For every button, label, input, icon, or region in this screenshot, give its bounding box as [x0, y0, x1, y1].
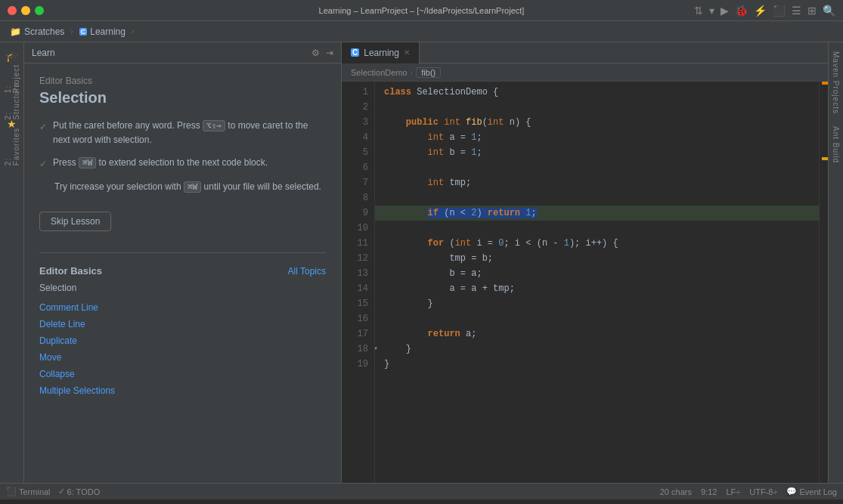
sidebar-favorites-label-icon[interactable]: 2: Favorites: [2, 136, 23, 157]
learn-panel-title: Learn: [32, 48, 55, 58]
code-line-5: int b = 1;: [375, 145, 819, 160]
try-text: Try increase your selection with ⌘W unti…: [39, 180, 326, 194]
code-line-16: [375, 311, 819, 326]
todo-button[interactable]: ✓ 6: TODO: [58, 487, 101, 496]
error-mark: [822, 82, 828, 85]
checkmark-2: ✓: [39, 157, 47, 171]
event-log-label: Event Log: [799, 487, 837, 496]
editor-area: C Learning ✕ SelectionDemo › fib() 1 2 3…: [342, 42, 828, 483]
window-controls: [8, 6, 44, 15]
main-container: 🎓 1: Project 2: Structure ★ 2: Favorites…: [0, 42, 843, 483]
code-line-4: int a = 1;: [375, 130, 819, 145]
fold-icon-18[interactable]: ▾: [375, 342, 378, 357]
debug-icon[interactable]: 🐞: [735, 5, 748, 17]
search-icon[interactable]: 🔍: [823, 5, 835, 17]
topic-collapse[interactable]: Collapse: [39, 366, 326, 382]
terminal-button[interactable]: ⬛ Terminal: [6, 487, 51, 496]
learning-tab[interactable]: C Learning ✕: [342, 42, 420, 63]
breadcrumb-sep: ›: [411, 68, 414, 77]
topics-title: Editor Basics: [39, 265, 102, 277]
terminal-icon: ⬛: [6, 487, 17, 496]
nav-sep-2: ›: [132, 27, 134, 36]
stop-icon[interactable]: ⬛: [773, 5, 786, 17]
vcs-icon[interactable]: ⇅: [694, 5, 703, 17]
settings-icon[interactable]: ☰: [792, 5, 801, 17]
code-line-1: class SelectionDemo {: [375, 85, 819, 100]
event-log-icon: 💬: [786, 487, 797, 496]
settings-gear-icon[interactable]: ⚙: [311, 48, 320, 58]
sidebar-structure-icon[interactable]: 2: Structure: [2, 91, 23, 112]
learning-nav[interactable]: C Learning: [76, 25, 129, 39]
learn-panel-header: Learn ⚙ ⇥: [24, 42, 341, 63]
nav-bar: 📁 Scratches › C Learning ›: [0, 21, 843, 42]
expand-icon[interactable]: ⇥: [326, 48, 333, 58]
todo-icon: ✓: [58, 487, 65, 496]
status-right: 20 chars 9:12 LF÷ UTF-8÷ 💬 Event Log: [660, 487, 837, 496]
structure-icon[interactable]: ⊞: [807, 5, 817, 17]
learn-content: Editor Basics Selection ✓ Put the caret …: [24, 63, 341, 483]
code-line-8: [375, 190, 819, 206]
breadcrumb-bar: SelectionDemo › fib(): [342, 63, 828, 82]
step-1-text1: Put the caret before any word. Press: [53, 120, 203, 131]
code-line-14: a = a + tmp;: [375, 281, 819, 296]
vcs-dropdown-icon[interactable]: ▾: [709, 5, 714, 17]
ant-build-label[interactable]: Ant Build: [832, 126, 840, 163]
tab-close-icon[interactable]: ✕: [404, 48, 410, 57]
try-kbd: ⌘W: [184, 181, 201, 193]
code-line-19: }: [375, 357, 819, 372]
position-status[interactable]: 9:12: [701, 487, 717, 496]
left-sidebar: 🎓 1: Project 2: Structure ★ 2: Favorites: [0, 42, 24, 483]
chars-status: 20 chars: [660, 487, 692, 496]
coverage-icon[interactable]: ⚡: [754, 5, 767, 17]
step-2-kbd: ⌘W: [79, 157, 96, 169]
scratches-nav[interactable]: 📁 Scratches: [6, 24, 67, 39]
code-line-15: }: [375, 296, 819, 311]
scratches-icon: 📁: [9, 26, 21, 38]
step-2-text1: Press: [53, 157, 79, 168]
divider: [39, 252, 326, 253]
step-2-text: Press ⌘W to extend selection to the next…: [53, 156, 326, 170]
status-left: ⬛ Terminal ✓ 6: TODO: [6, 487, 651, 496]
warning-mark: [822, 157, 828, 160]
lf-status[interactable]: LF÷: [726, 487, 740, 496]
code-line-18: }▾: [375, 342, 819, 357]
code-line-3: public int fib(int n) {: [375, 115, 819, 130]
close-button[interactable]: [8, 6, 17, 15]
tab-bar: C Learning ✕: [342, 42, 828, 63]
topic-move[interactable]: Move: [39, 349, 326, 366]
learning-c-icon: C: [79, 28, 88, 36]
code-line-9: if (n < 2) return 1;: [375, 206, 819, 221]
right-sidebar: Maven Projects Ant Build: [828, 42, 843, 483]
maximize-button[interactable]: [35, 6, 44, 15]
tab-c-icon: C: [351, 48, 359, 57]
event-log-button[interactable]: 💬 Event Log: [786, 487, 837, 496]
topics-header: Editor Basics All Topics: [39, 265, 326, 277]
run-icon[interactable]: ▶: [721, 5, 729, 17]
breadcrumb-class[interactable]: SelectionDemo: [351, 68, 408, 77]
step-2-text2: to extend selection to the next code blo…: [99, 157, 268, 168]
code-line-2: [375, 100, 819, 115]
try-text1: Try increase your selection with: [54, 181, 184, 192]
step-1-text: Put the caret before any word. Press ⌥⇧→…: [53, 119, 326, 147]
code-area[interactable]: class SelectionDemo { public int fib(int…: [375, 82, 819, 483]
topics-section: Editor Basics All Topics Selection Comme…: [39, 265, 326, 405]
topic-multiple-selections[interactable]: Multiple Selections: [39, 382, 326, 399]
window-title: Learning – LearnProject – [~/IdeaProject…: [319, 6, 525, 15]
encoding-status[interactable]: UTF-8÷: [749, 487, 777, 496]
terminal-label: Terminal: [19, 487, 51, 496]
nav-sep-1: ›: [70, 27, 73, 36]
minimize-button[interactable]: [21, 6, 30, 15]
breadcrumb-method[interactable]: fib(): [416, 67, 441, 78]
lesson-title: Selection: [39, 89, 326, 107]
code-line-12: tmp = b;: [375, 251, 819, 266]
step-1-kbd: ⌥⇧→: [203, 120, 225, 131]
all-topics-link[interactable]: All Topics: [288, 266, 326, 277]
topic-comment-line[interactable]: Comment Line: [39, 299, 326, 316]
code-line-11: for (int i = 0; i < (n - 1); i++) {▾: [375, 236, 819, 251]
skip-lesson-button[interactable]: Skip Lesson: [39, 212, 111, 231]
maven-projects-label[interactable]: Maven Projects: [832, 51, 840, 114]
topic-duplicate[interactable]: Duplicate: [39, 332, 326, 349]
code-line-17: return a;: [375, 326, 819, 342]
code-line-7: int tmp;: [375, 175, 819, 190]
topic-delete-line[interactable]: Delete Line: [39, 316, 326, 332]
